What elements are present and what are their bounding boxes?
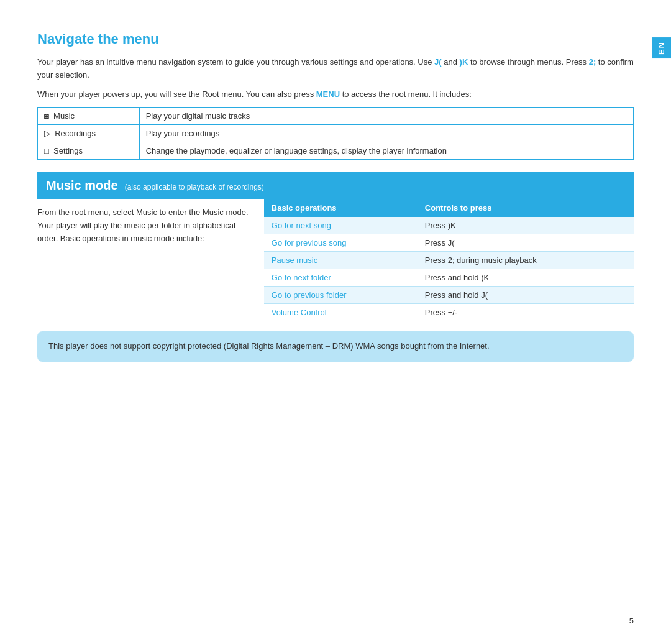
music-mode-title: Music mode	[46, 178, 118, 192]
two-highlight: 2;	[589, 57, 596, 67]
operations-table: Basic operations Controls to press Go fo…	[264, 199, 634, 321]
ops-control: Press )K	[418, 217, 634, 234]
ops-col2-header: Controls to press	[418, 199, 634, 217]
music-mode-header: Music mode (also applicable to playback …	[37, 172, 634, 199]
menu-icon: ◙ Music	[38, 108, 140, 125]
menu-description: Play your recordings	[139, 125, 633, 142]
ops-data-row: Go for previous song Press J(	[264, 234, 634, 252]
ops-operation: Volume Control	[264, 304, 418, 321]
ops-operation: Go to previous folder	[264, 287, 418, 304]
music-mode-left-text: From the root menu, select Music to ente…	[37, 199, 264, 321]
ops-operation: Go for next song	[264, 217, 418, 234]
ops-data-row: Volume Control Press +/-	[264, 304, 634, 321]
menu-icon: □ Settings	[38, 142, 140, 160]
menu-description: Play your digital music tracks	[139, 108, 633, 125]
ops-data-row: Go to next folder Press and hold )K	[264, 269, 634, 287]
menu-icon: ▷ Recordings	[38, 125, 140, 142]
ops-data-row: Pause music Press 2; during music playba…	[264, 252, 634, 269]
menu-table-row: ◙ Music Play your digital music tracks	[38, 108, 634, 125]
ops-control: Press and hold )K	[418, 269, 634, 287]
ops-data-row: Go to previous folder Press and hold J(	[264, 287, 634, 304]
music-mode-subtitle: (also applicable to playback of recordin…	[125, 183, 264, 191]
menu-highlight: MENU	[316, 90, 340, 99]
section-title: Navigate the menu	[37, 31, 634, 47]
ops-operation: Go to next folder	[264, 269, 418, 287]
intro1-after-k: to browse through menus. Press	[468, 57, 588, 67]
j-highlight: J(	[434, 57, 442, 67]
music-mode-right-table: Basic operations Controls to press Go fo…	[264, 199, 634, 321]
ops-control: Press J(	[418, 234, 634, 252]
ops-header-row: Basic operations Controls to press	[264, 199, 634, 217]
ops-control: Press and hold J(	[418, 287, 634, 304]
ops-operation: Pause music	[264, 252, 418, 269]
info-box: This player does not support copyright p…	[37, 331, 634, 362]
music-mode-body: From the root menu, select Music to ente…	[37, 199, 634, 321]
ops-col1-header: Basic operations	[264, 199, 418, 217]
menu-table-row: ▷ Recordings Play your recordings	[38, 125, 634, 142]
intro-paragraph-2: When your player powers up, you will see…	[37, 88, 634, 101]
intro-paragraph-1: Your player has an intuitive menu naviga…	[37, 56, 634, 82]
menu-table: ◙ Music Play your digital music tracks ▷…	[37, 107, 634, 160]
k-highlight: )K	[460, 57, 468, 67]
intro2-after: to access the root menu. It includes:	[340, 90, 472, 99]
ops-operation: Go for previous song	[264, 234, 418, 252]
ops-control: Press 2; during music playback	[418, 252, 634, 269]
ops-data-row: Go for next song Press )K	[264, 217, 634, 234]
intro1-between: and	[442, 57, 460, 67]
menu-description: Change the playmode, equalizer or langua…	[139, 142, 633, 160]
music-mode-section: Music mode (also applicable to playback …	[37, 172, 634, 321]
page-number: 5	[629, 616, 634, 625]
intro1-before: Your player has an intuitive menu naviga…	[37, 57, 434, 67]
intro2-before: When your player powers up, you will see…	[37, 90, 316, 99]
ops-control: Press +/-	[418, 304, 634, 321]
menu-table-row: □ Settings Change the playmode, equalize…	[38, 142, 634, 160]
